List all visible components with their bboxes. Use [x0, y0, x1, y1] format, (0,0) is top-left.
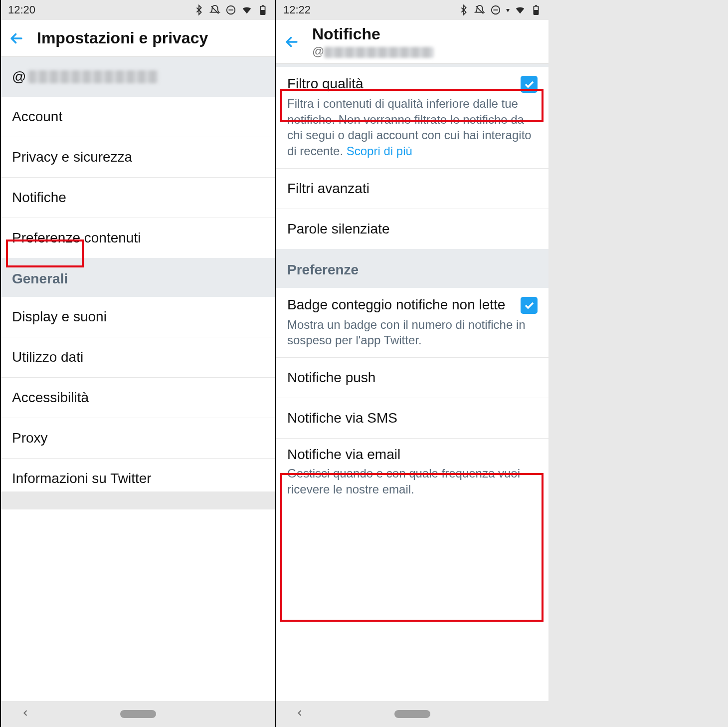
back-button[interactable]	[8, 30, 25, 47]
settings-item-about[interactable]: Informazioni su Twitter	[1, 459, 275, 491]
username-obscured	[324, 47, 434, 58]
settings-item-display[interactable]: Display e suoni	[1, 297, 275, 337]
dnd-icon	[225, 4, 236, 15]
settings-item-notifications[interactable]: Notifiche	[1, 178, 275, 218]
bluetooth-icon	[193, 4, 204, 15]
wifi-icon	[241, 4, 252, 15]
badge-title: Badge conteggio notifiche non lette	[287, 297, 505, 313]
status-icons: ▾	[458, 4, 542, 15]
settings-item-data-usage[interactable]: Utilizzo dati	[1, 337, 275, 378]
email-title: Notifiche via email	[287, 447, 538, 463]
muted-words-row[interactable]: Parole silenziate	[276, 209, 548, 249]
wifi-icon	[515, 4, 526, 15]
settings-item-accessibility[interactable]: Accessibilità	[1, 378, 275, 418]
screen-notifications: 12:22 ▾ Notifiche @ Filtro qualità Filtr…	[275, 0, 548, 727]
svg-rect-5	[534, 10, 538, 14]
badge-row[interactable]: Badge conteggio notifiche non lette	[276, 288, 548, 317]
status-icons	[193, 4, 268, 15]
settings-item-proxy[interactable]: Proxy	[1, 418, 275, 459]
at-symbol: @	[12, 69, 26, 84]
nav-home-pill[interactable]	[120, 710, 156, 718]
status-bar: 12:20	[1, 0, 275, 20]
nav-home-pill[interactable]	[394, 710, 430, 718]
page-title: Notifiche	[312, 25, 434, 43]
status-time: 12:20	[8, 3, 35, 16]
caret-down-icon: ▾	[506, 6, 510, 14]
page-title: Impostazioni e privacy	[37, 29, 208, 47]
section-header-general: Generali	[1, 258, 275, 297]
badge-desc: Mostra un badge con il numero di notific…	[276, 317, 548, 358]
quality-filter-checkbox[interactable]	[521, 76, 538, 93]
back-button[interactable]	[283, 33, 300, 50]
section-header-prefs: Preferenze	[276, 249, 548, 288]
status-bar: 12:22 ▾	[276, 0, 548, 20]
nav-back-button[interactable]	[295, 708, 305, 720]
learn-more-link[interactable]: Scopri di più	[347, 144, 412, 158]
push-notifications-row[interactable]: Notifiche push	[276, 358, 548, 398]
email-notifications-row[interactable]: Notifiche via email Gestisci quando e co…	[276, 439, 548, 508]
username-row: @	[1, 57, 275, 97]
battery-icon	[531, 4, 542, 15]
settings-item-privacy[interactable]: Privacy e sicurezza	[1, 137, 275, 178]
app-bar: Impostazioni e privacy	[1, 20, 275, 57]
at-symbol: @	[312, 44, 324, 58]
bottom-fade	[1, 491, 275, 509]
username-obscured	[28, 70, 158, 83]
app-bar: Notifiche @	[276, 20, 548, 64]
bell-off-icon	[474, 4, 485, 15]
spacer	[276, 508, 548, 701]
email-desc: Gestisci quando e con quale frequenza vu…	[287, 466, 538, 497]
bell-off-icon	[209, 4, 220, 15]
nav-back-button[interactable]	[20, 708, 30, 720]
advanced-filters-row[interactable]: Filtri avanzati	[276, 169, 548, 209]
settings-item-content-prefs[interactable]: Preferenze contenuti	[1, 218, 275, 258]
svg-rect-2	[261, 10, 264, 14]
sms-notifications-row[interactable]: Notifiche via SMS	[276, 398, 548, 439]
quality-filter-title: Filtro qualità	[287, 76, 364, 92]
battery-icon	[257, 4, 268, 15]
badge-checkbox[interactable]	[521, 297, 538, 314]
dnd-icon	[490, 4, 501, 15]
nav-bar	[276, 701, 548, 727]
bluetooth-icon	[458, 4, 469, 15]
quality-filter-desc: Filtra i contenuti di qualità inferiore …	[276, 96, 548, 169]
screen-settings: 12:20 Impostazioni e privacy @ Account P…	[0, 0, 275, 727]
status-time: 12:22	[283, 3, 311, 16]
nav-bar	[1, 701, 275, 727]
page-subtitle: @	[312, 44, 434, 58]
settings-item-account[interactable]: Account	[1, 97, 275, 137]
quality-filter-row[interactable]: Filtro qualità	[276, 67, 548, 96]
